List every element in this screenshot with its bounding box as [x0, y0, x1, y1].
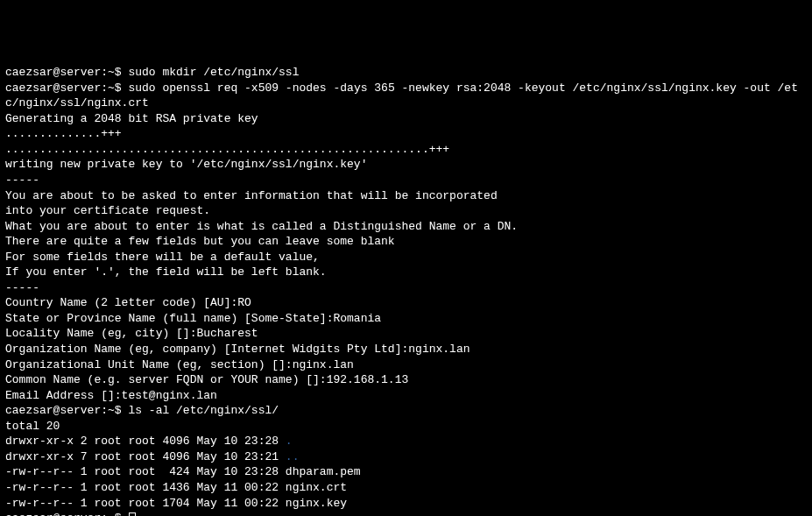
- output-line: -----: [5, 173, 807, 188]
- ls-row-meta: drwxr-xr-x 7 root root 4096 May 10 23:21: [5, 450, 286, 463]
- ls-total: total 20: [5, 419, 807, 435]
- terminal[interactable]: caezsar@server:~$ sudo mkdir /etc/nginx/…: [5, 65, 807, 516]
- prompt: caezsar@server:~$: [5, 66, 128, 79]
- output-line: Common Name (e.g. server FQDN or YOUR na…: [5, 372, 807, 388]
- prompt: caezsar@server:~$: [5, 81, 128, 95]
- output-line: Country Name (2 letter code) [AU]:RO: [5, 295, 807, 311]
- ls-dir-link: ..: [286, 450, 300, 463]
- ls-row-meta: drwxr-xr-x 2 root root 4096 May 10 23:28: [5, 435, 286, 448]
- output-line: You are about to be asked to enter infor…: [5, 188, 807, 204]
- output-line: Email Address []:test@nginx.lan: [5, 388, 807, 404]
- output-line: Locality Name (eg, city) []:Bucharest: [5, 326, 807, 342]
- command-line-2: caezsar@server:~$ sudo openssl req -x509…: [5, 81, 807, 111]
- output-line: Generating a 2048 bit RSA private key: [5, 111, 807, 127]
- command-line-4: caezsar@server:~$: [5, 511, 807, 516]
- command-line-1: caezsar@server:~$ sudo mkdir /etc/nginx/…: [5, 65, 807, 81]
- prompt: caezsar@server:~$: [5, 404, 128, 417]
- output-line: ..............+++: [5, 126, 807, 142]
- output-line: into your certificate request.: [5, 203, 807, 219]
- command-text: ls -al /etc/nginx/ssl/: [128, 404, 279, 417]
- command-line-3: caezsar@server:~$ ls -al /etc/nginx/ssl/: [5, 403, 807, 419]
- output-line: -----: [5, 280, 807, 296]
- ls-row: -rw-r--r-- 1 root root 1436 May 11 00:22…: [5, 480, 807, 496]
- command-text: sudo mkdir /etc/nginx/ssl: [128, 66, 299, 79]
- ls-row: drwxr-xr-x 7 root root 4096 May 10 23:21…: [5, 449, 807, 465]
- output-line: Organizational Unit Name (eg, section) […: [5, 357, 807, 373]
- output-line: State or Province Name (full name) [Some…: [5, 311, 807, 327]
- ls-row: -rw-r--r-- 1 root root 1704 May 11 00:22…: [5, 496, 807, 512]
- ls-row: -rw-r--r-- 1 root root 424 May 10 23:28 …: [5, 464, 807, 480]
- ls-row: drwxr-xr-x 2 root root 4096 May 10 23:28…: [5, 434, 807, 449]
- output-line: For some fields there will be a default …: [5, 250, 807, 265]
- output-line: What you are about to enter is what is c…: [5, 219, 807, 235]
- output-line: There are quite a few fields but you can…: [5, 234, 807, 250]
- prompt: caezsar@server:~$: [5, 512, 128, 516]
- output-line: If you enter '.', the field will be left…: [5, 265, 807, 280]
- output-line: Organization Name (eg, company) [Interne…: [5, 342, 807, 357]
- ls-dir-link: .: [286, 435, 293, 448]
- cursor-icon: [129, 512, 136, 516]
- output-line: writing new private key to '/etc/nginx/s…: [5, 157, 807, 173]
- output-line: ........................................…: [5, 142, 807, 158]
